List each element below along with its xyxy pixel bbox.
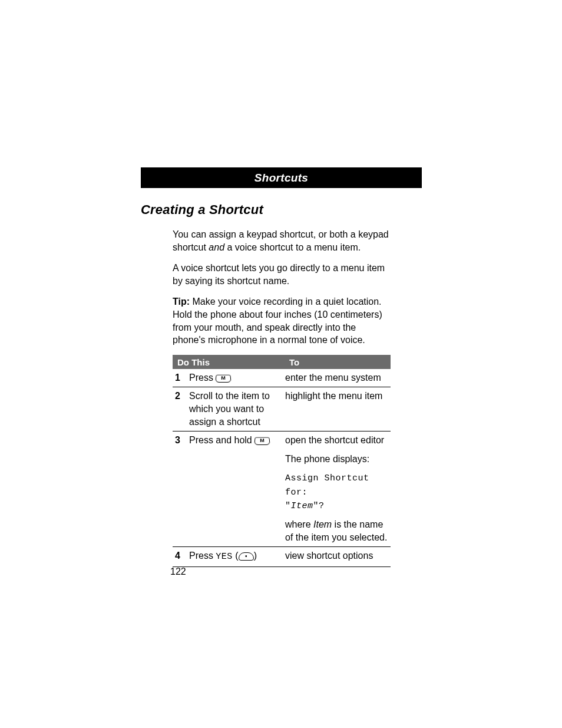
steps-table: Do This To 1 Press M enter the menu syst… [173,355,391,567]
phone-display: Assign Shortcut for: "Item"? [285,471,391,512]
text: where [285,519,313,529]
to-line: The phone displays: [285,453,391,466]
content-area: Creating a Shortcut You can assign a key… [141,202,422,567]
menu-key-icon: M [254,437,270,445]
step-number: 1 [173,371,189,384]
tip-paragraph: Tip: Make your voice recording in a quie… [173,295,391,346]
italic-and: and [209,242,224,252]
menu-key-icon: M [216,374,232,382]
table-row: 3 Press and hold M open the shortcut edi… [173,431,391,547]
to-line: where Item is the name of the item you s… [285,518,391,543]
soft-key-icon [239,552,254,561]
text: Press [189,551,216,561]
paren-close: ) [254,551,257,561]
table-header-do: Do This [177,357,289,367]
intro-paragraph-2: A voice shortcut lets you go directly to… [173,262,391,287]
yes-label: YES [216,552,233,562]
step-do: Press YES () [189,549,285,563]
mono-item: Item [291,501,313,511]
step-to: enter the menu system [285,371,391,384]
text: Press and hold [189,435,254,445]
step-do: Scroll to the item to which you want to … [189,390,285,428]
text: Press [189,373,216,383]
table-row: 1 Press M enter the menu system [173,369,391,388]
to-line: open the shortcut editor [285,434,391,447]
page-number: 122 [170,566,186,577]
tip-label: Tip: [173,297,190,307]
step-number: 2 [173,390,189,428]
table-row: 4 Press YES () view shortcut options [173,547,391,566]
table-header: Do This To [173,355,391,369]
intro-paragraph-1: You can assign a keypad shortcut, or bot… [173,228,391,253]
chapter-title: Shortcuts [254,172,308,185]
item-italic: Item [313,519,332,529]
section-heading: Creating a Shortcut [141,202,422,218]
step-number: 4 [173,549,189,563]
mono-quote: "? [313,501,325,511]
step-to: view shortcut options [285,549,391,563]
chapter-header: Shortcuts [141,167,422,188]
step-do: Press M [189,371,285,384]
step-to: open the shortcut editor The phone displ… [285,434,391,543]
table-row: 2 Scroll to the item to which you want t… [173,387,391,431]
mono-quote: " [285,501,291,511]
text: a voice shortcut to a menu item. [224,242,361,252]
mono-text: Assign Shortcut for: [285,473,369,497]
tip-text: Make your voice recording in a quiet loc… [173,297,382,345]
paren-open: ( [233,551,239,561]
body-block: You can assign a keypad shortcut, or bot… [173,228,391,567]
step-number: 3 [173,434,189,543]
table-header-to: To [289,357,391,367]
step-do: Press and hold M [189,434,285,543]
step-to: highlight the menu item [285,390,391,428]
